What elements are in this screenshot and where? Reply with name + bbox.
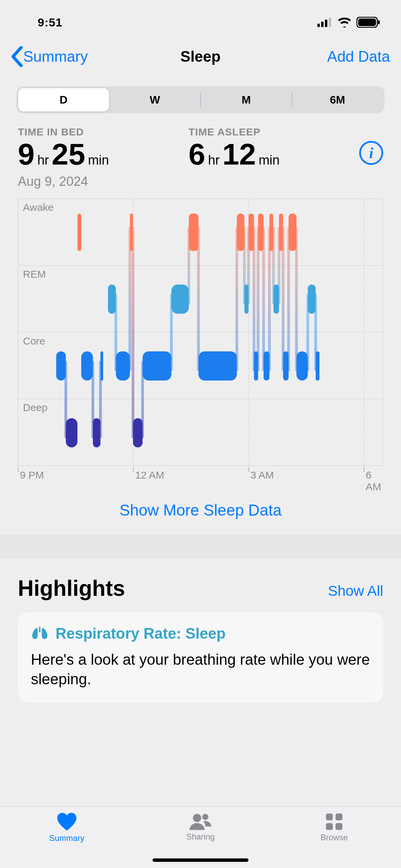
nav-bar: Summary Sleep Add Data [0,38,401,75]
asleep-hours: 6 [189,139,205,169]
x-tick: 6 AM [366,469,383,493]
sleep-block-rem [108,285,116,314]
sleep-block-awake [248,214,254,251]
in-bed-minutes-unit: min [88,153,109,168]
svg-rect-6 [378,20,380,24]
x-tick: 3 AM [251,469,274,481]
add-data-button[interactable]: Add Data [327,48,390,65]
sleep-block-core [81,351,93,381]
sleep-block-core [198,351,237,381]
highlights-section: Highlights Show All Respiratory Rate: Sl… [0,558,401,702]
sleep-block-core [143,351,171,381]
svg-rect-9 [326,813,333,820]
in-bed-hours-unit: hr [37,153,49,168]
highlight-card-body: Here's a look at your breathing rate whi… [31,650,370,689]
sleep-block-rem [244,285,248,314]
battery-icon [356,17,380,28]
highlight-card-title: Respiratory Rate: Sleep [56,625,226,642]
sleep-block-awake [130,214,133,251]
tab-bar: Summary Sharing Browse [0,806,401,868]
sleep-block-core [254,351,258,381]
svg-rect-5 [358,19,376,26]
tab-sharing-label: Sharing [186,832,215,842]
info-button[interactable]: i [359,141,383,165]
svg-rect-1 [321,22,324,27]
highlights-show-all-button[interactable]: Show All [328,583,383,599]
in-bed-minutes: 25 [52,139,85,169]
svg-rect-2 [325,20,327,27]
sleep-block-awake [258,214,264,251]
people-icon [188,813,213,830]
sleep-hypnogram-chart[interactable]: Awake REM Core Deep 9 PM12 AM3 AM6 AM [18,198,383,486]
tab-summary[interactable]: Summary [0,813,134,868]
segment-w[interactable]: W [110,88,200,111]
sleep-block-core [116,351,130,381]
time-in-bed-label: TIME IN BED [18,126,189,138]
segment-m[interactable]: M [201,88,292,111]
x-tick: 12 AM [135,469,164,481]
lungs-icon [31,626,49,641]
sleep-block-awake [289,214,296,251]
stats-date: Aug 9, 2024 [18,174,383,189]
asleep-minutes-unit: min [259,153,280,168]
segment-6m[interactable]: 6M [292,88,383,111]
show-more-sleep-data-button[interactable]: Show More Sleep Data [0,486,401,534]
sleep-block-core [100,351,103,381]
sleep-block-core [316,351,319,381]
home-indicator[interactable] [153,858,248,862]
svg-rect-10 [336,813,342,820]
sleep-block-awake [189,214,198,251]
sleep-block-rem [171,285,189,314]
section-divider [0,534,401,558]
svg-rect-11 [326,823,333,830]
sleep-block-rem [274,285,279,314]
sleep-block-rem [308,285,315,314]
sleep-block-awake [279,214,283,251]
tab-summary-label: Summary [49,833,85,843]
x-tick: 9 PM [20,469,44,481]
wifi-icon [337,17,352,27]
sleep-block-awake [269,214,273,251]
sleep-block-deep [133,418,143,448]
back-label: Summary [23,48,88,65]
asleep-minutes: 12 [222,139,256,169]
back-button[interactable]: Summary [11,46,88,67]
grid-icon [325,813,343,831]
sleep-block-core [283,351,289,381]
in-bed-hours: 9 [18,139,35,169]
sleep-stats: TIME IN BED 9 hr 25 min TIME ASLEEP 6 hr… [0,120,401,189]
sleep-block-awake [77,214,81,251]
sleep-block-core [296,351,308,381]
sleep-block-deep [66,418,77,448]
asleep-hours-unit: hr [208,153,220,168]
svg-rect-3 [329,17,331,27]
tab-browse[interactable]: Browse [267,813,401,868]
tab-browse-label: Browse [320,833,348,842]
svg-rect-0 [317,24,320,27]
svg-point-8 [202,814,208,820]
segment-d[interactable]: D [18,88,109,111]
time-asleep-label: TIME ASLEEP [189,126,359,138]
sleep-block-core [264,351,269,381]
sleep-block-awake [237,214,244,251]
status-icons [317,17,380,28]
cellular-icon [317,17,332,27]
sleep-block-core [56,351,66,381]
highlight-card-respiratory[interactable]: Respiratory Rate: Sleep Here's a look at… [18,613,383,702]
svg-point-7 [193,814,201,822]
status-time: 9:51 [38,16,62,29]
sleep-block-deep [93,418,100,448]
range-segmented-control[interactable]: DWM6M [16,86,385,113]
highlights-title: Highlights [18,576,125,601]
chevron-left-icon [11,46,23,67]
status-bar: 9:51 [0,0,401,38]
svg-rect-12 [336,823,342,830]
heart-icon [57,813,77,831]
